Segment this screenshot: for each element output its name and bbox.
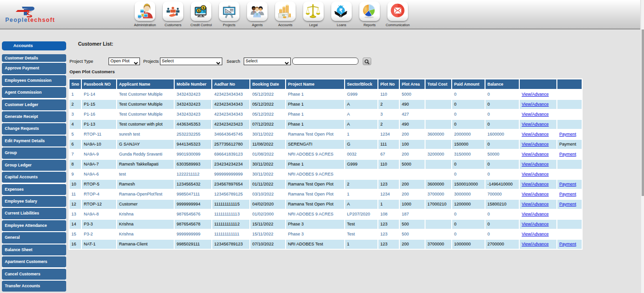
svg-text:$: $ xyxy=(202,6,205,10)
svg-text:₹: ₹ xyxy=(339,8,343,13)
